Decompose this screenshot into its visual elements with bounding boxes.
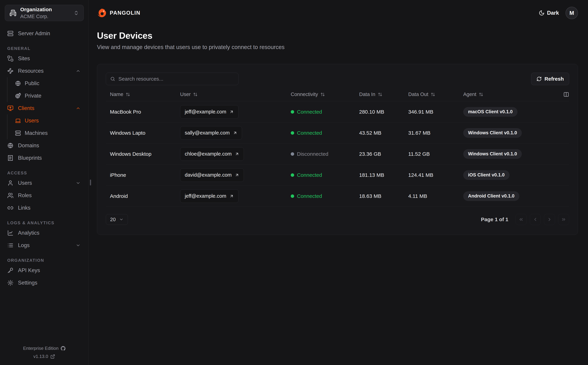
sidebar-item-label: Public <box>25 80 39 86</box>
status-dot <box>291 131 294 135</box>
user-chip[interactable]: jeff@example.com <box>180 105 238 119</box>
arrow-up-right-icon <box>233 131 237 135</box>
data-out-value: 11.52 GB <box>408 151 463 157</box>
connectivity-status: Connected <box>291 130 359 136</box>
first-page-button[interactable] <box>516 214 527 225</box>
waypoints-icon <box>7 68 14 74</box>
topbar-right: Dark M <box>539 7 578 19</box>
data-in-value: 18.63 MB <box>359 193 408 199</box>
table-header-row: Name User Connectivity Data In Data Out … <box>106 88 569 101</box>
pangolin-logo-icon <box>97 8 107 18</box>
version-label: v1.13.0 <box>33 354 48 359</box>
sidebar-item-api-keys[interactable]: API Keys <box>5 264 84 277</box>
version-link[interactable]: v1.13.0 <box>33 354 55 359</box>
sidebar-item-users[interactable]: Users <box>5 177 84 189</box>
sidebar-resize-handle[interactable] <box>90 180 91 185</box>
key-icon <box>7 267 14 274</box>
agent-badge: Windows Client v0.1.0 <box>463 128 522 138</box>
edition-link[interactable]: Enterprise Edition <box>23 346 65 351</box>
sort-icon <box>126 92 130 97</box>
column-header-user[interactable]: User <box>180 91 291 97</box>
data-in-value: 23.36 GB <box>359 151 408 157</box>
last-page-button[interactable] <box>558 214 569 225</box>
user-chip[interactable]: chloe@example.com <box>180 147 244 161</box>
sidebar-item-blueprints[interactable]: Blueprints <box>5 152 84 164</box>
theme-toggle[interactable]: Dark <box>539 10 559 16</box>
sidebar-item-roles[interactable]: Roles <box>5 189 84 202</box>
refresh-button[interactable]: Refresh <box>531 73 569 85</box>
chevron-down-icon <box>119 217 124 222</box>
section-label-general: GENERAL <box>5 45 84 52</box>
section-label-organization: ORGANIZATION <box>5 257 84 264</box>
monitor-up-icon <box>7 105 14 111</box>
column-header-label: Data Out <box>408 91 428 97</box>
page-size-select[interactable]: 20 <box>106 214 128 225</box>
sidebar-item-resources[interactable]: Resources <box>5 65 84 77</box>
chevrons-right-icon <box>561 217 566 222</box>
column-header-label: User <box>180 91 191 97</box>
sidebar-item-settings[interactable]: Settings <box>5 277 84 289</box>
sidebar-item-label: Settings <box>18 280 37 286</box>
user-icon <box>7 180 14 186</box>
column-header-agent[interactable]: Agent <box>463 91 555 97</box>
sidebar-item-clients-users[interactable]: Users <box>13 114 84 127</box>
user-chip[interactable]: sally@example.com <box>180 126 242 140</box>
sidebar-item-server-admin[interactable]: Server Admin <box>5 27 84 40</box>
column-header-data-out[interactable]: Data Out <box>408 91 463 97</box>
column-header-data-in[interactable]: Data In <box>359 91 408 97</box>
users-icon <box>7 192 14 199</box>
data-in-value: 181.13 MB <box>359 172 408 178</box>
sidebar-item-analytics[interactable]: Analytics <box>5 227 84 239</box>
sidebar-item-public[interactable]: Public <box>13 77 84 90</box>
chevrons-left-icon <box>518 217 524 222</box>
card-toolbar: Refresh <box>106 73 569 85</box>
sidebar-item-domains[interactable]: Domains <box>5 139 84 152</box>
clients-children: Users Machines <box>7 114 84 139</box>
page-title: User Devices <box>97 30 578 41</box>
prev-page-button[interactable] <box>530 214 541 225</box>
sidebar-item-label: Resources <box>18 68 43 74</box>
user-chip[interactable]: david@example.com <box>180 168 244 182</box>
org-selector[interactable]: Organization ACME Corp. <box>5 5 84 21</box>
sidebar-item-sites[interactable]: Sites <box>5 52 84 65</box>
page-size-value: 20 <box>110 217 116 222</box>
topbar: PANGOLIN Dark M <box>97 0 578 26</box>
sidebar-item-private[interactable]: Private <box>13 90 84 102</box>
sidebar-item-clients[interactable]: Clients <box>5 102 84 114</box>
user-chip[interactable]: jeff@example.com <box>180 190 238 203</box>
next-page-button[interactable] <box>544 214 555 225</box>
server-icon <box>7 30 14 37</box>
avatar[interactable]: M <box>566 7 578 19</box>
column-header-name[interactable]: Name <box>106 91 180 97</box>
receipt-icon <box>7 155 14 161</box>
sidebar-item-machines[interactable]: Machines <box>13 127 84 139</box>
sidebar-item-label: Sites <box>18 56 30 62</box>
column-header-connectivity[interactable]: Connectivity <box>291 91 359 97</box>
user-email: jeff@example.com <box>185 193 226 199</box>
section-label-logs-analytics: LOGS & ANALYTICS <box>5 219 84 227</box>
column-header-label: Agent <box>463 91 476 97</box>
sidebar-item-label: Blueprints <box>18 155 42 161</box>
page-head: User Devices View and manage devices tha… <box>97 30 578 50</box>
table-row: Windows Desktop chloe@example.com Discon… <box>106 143 569 165</box>
chevron-right-icon <box>547 217 552 222</box>
sidebar-nav: Server Admin GENERAL Sites Resources Pub… <box>5 27 84 346</box>
github-icon <box>61 346 65 351</box>
sidebar-item-logs[interactable]: Logs <box>5 239 84 252</box>
arrow-up-right-icon <box>235 152 239 156</box>
brand[interactable]: PANGOLIN <box>97 8 140 18</box>
chevron-down-icon <box>76 181 80 185</box>
search-input[interactable] <box>118 76 234 82</box>
column-header-label: Connectivity <box>291 91 318 97</box>
laptop-icon <box>15 118 21 124</box>
table-row: iPhone david@example.com Connected 181.1… <box>106 165 569 186</box>
status-dot <box>291 173 294 177</box>
sidebar-item-label: Machines <box>25 130 48 136</box>
table-row: MacBook Pro jeff@example.com Connected 2… <box>106 101 569 122</box>
gear-icon <box>7 280 14 286</box>
sidebar-item-links[interactable]: Links <box>5 202 84 214</box>
columns-layout-icon[interactable] <box>563 91 569 97</box>
user-email: david@example.com <box>185 172 232 178</box>
sidebar-item-label: Clients <box>18 105 34 111</box>
device-name: iPhone <box>106 172 180 178</box>
